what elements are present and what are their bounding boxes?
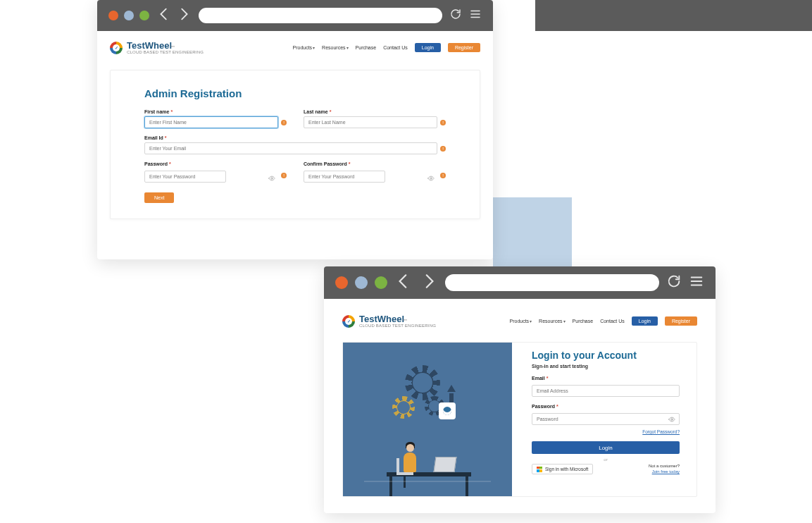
microsoft-signin-label: Sign in with Microsoft: [545, 467, 588, 472]
traffic-close-icon[interactable]: [335, 276, 348, 289]
microsoft-icon: [537, 467, 542, 472]
forward-icon[interactable]: [176, 6, 192, 25]
login-button[interactable]: Login: [632, 316, 658, 326]
nav-purchase[interactable]: Purchase: [573, 319, 594, 324]
brand-name: TestWheel: [359, 314, 404, 324]
brand-logo[interactable]: TestWheel™ CLOUD BASED TEST ENGINEERING: [110, 41, 204, 54]
gear-icon: [392, 396, 415, 419]
hamburger-menu-icon[interactable]: [689, 273, 704, 292]
info-icon[interactable]: !: [440, 173, 446, 178]
chevron-down-icon: ▾: [313, 46, 315, 50]
email-label: Email Id*: [144, 135, 446, 140]
info-icon[interactable]: !: [440, 120, 446, 125]
not-customer-block: Not a customer? Join free today: [649, 464, 680, 475]
chevron-down-icon: ▾: [563, 319, 566, 324]
traffic-minimize-icon[interactable]: [355, 276, 368, 289]
gear-icon: [405, 365, 440, 400]
traffic-close-icon[interactable]: [108, 11, 118, 20]
nav-products[interactable]: Products▾: [509, 319, 532, 324]
registration-title: Admin Registration: [144, 87, 446, 99]
password-input[interactable]: [144, 171, 226, 183]
ground-line: [364, 481, 491, 482]
nav-resources[interactable]: Resources▾: [539, 319, 565, 324]
back-icon[interactable]: [156, 6, 172, 25]
site-header: TestWheel™ CLOUD BASED TEST ENGINEERING …: [342, 312, 697, 332]
info-icon[interactable]: !: [281, 173, 287, 178]
join-free-link[interactable]: Join free today: [652, 469, 680, 474]
traffic-lights: [108, 11, 149, 20]
svg-point-2: [671, 419, 673, 421]
login-button[interactable]: Login: [415, 43, 441, 52]
traffic-maximize-icon[interactable]: [139, 11, 149, 20]
first-name-input[interactable]: [144, 116, 278, 128]
trademark-icon: ™: [403, 319, 407, 323]
traffic-lights: [335, 276, 387, 289]
nav-purchase[interactable]: Purchase: [356, 45, 377, 50]
refresh-icon[interactable]: [449, 8, 462, 23]
info-icon[interactable]: !: [440, 146, 446, 152]
top-nav: Products▾ Resources▾ Purchase Contact Us…: [509, 316, 697, 326]
or-divider: or: [532, 457, 680, 462]
browser-chrome: [97, 0, 493, 31]
browser-window-registration: TestWheel™ CLOUD BASED TEST ENGINEERING …: [97, 0, 493, 259]
info-icon[interactable]: !: [281, 120, 287, 125]
last-name-input[interactable]: [304, 116, 437, 128]
page-content: TestWheel™ CLOUD BASED TEST ENGINEERING …: [97, 31, 493, 226]
eye-icon[interactable]: [668, 413, 675, 420]
browser-window-login: TestWheel™ CLOUD BASED TEST ENGINEERING …: [324, 266, 716, 513]
chair-illustration: [396, 464, 413, 488]
brand-logo[interactable]: TestWheel™ CLOUD BASED TEST ENGINEERING: [342, 314, 436, 328]
avatar-icon: [439, 402, 456, 419]
nav-contact[interactable]: Contact Us: [383, 45, 408, 50]
background-blue-rect: [493, 197, 572, 268]
login-email-label: Email*: [532, 376, 680, 381]
first-name-label: First name*: [144, 109, 287, 114]
login-email-input[interactable]: [532, 385, 680, 397]
login-form: Login to your Account Sign-in and start …: [532, 343, 697, 496]
chevron-down-icon: ▾: [346, 46, 349, 50]
login-illustration: [343, 343, 512, 496]
login-subtitle: Sign-in and start testing: [532, 364, 680, 369]
svg-point-1: [430, 178, 432, 180]
nav-products[interactable]: Products▾: [292, 45, 315, 50]
traffic-minimize-icon[interactable]: [124, 11, 134, 20]
brand-tagline: CLOUD BASED TEST ENGINEERING: [359, 324, 436, 328]
not-customer-text: Not a customer?: [649, 464, 680, 469]
forward-icon[interactable]: [420, 272, 438, 293]
refresh-icon[interactable]: [666, 273, 682, 292]
email-input[interactable]: [144, 142, 437, 154]
trademark-icon: ™: [170, 45, 175, 49]
url-bar[interactable]: [199, 8, 442, 23]
logo-mark-icon: [110, 42, 123, 54]
logo-mark-icon: [342, 315, 355, 328]
next-button[interactable]: Next: [144, 192, 174, 203]
eye-icon[interactable]: [268, 172, 275, 179]
background-dark-band: [535, 0, 812, 31]
register-button[interactable]: Register: [448, 43, 480, 52]
eye-icon[interactable]: [427, 172, 435, 179]
page-content: TestWheel™ CLOUD BASED TEST ENGINEERING …: [324, 299, 716, 504]
registration-card: Admin Registration First name* ! Last na…: [110, 70, 480, 219]
hamburger-menu-icon[interactable]: [469, 8, 482, 23]
laptop-illustration: [433, 457, 456, 472]
browser-chrome: [324, 266, 716, 299]
top-nav: Products▾ Resources▾ Purchase Contact Us…: [292, 43, 480, 52]
password-label: Password*: [144, 161, 287, 166]
last-name-label: Last name*: [304, 109, 446, 114]
site-header: TestWheel™ CLOUD BASED TEST ENGINEERING …: [110, 38, 480, 59]
login-password-label: Password*: [532, 404, 680, 409]
microsoft-signin-button[interactable]: Sign in with Microsoft: [532, 464, 593, 474]
nav-resources[interactable]: Resources▾: [322, 45, 348, 50]
chevron-down-icon: ▾: [530, 319, 532, 324]
back-icon[interactable]: [394, 272, 413, 293]
brand-tagline: CLOUD BASED TEST ENGINEERING: [127, 50, 204, 54]
login-title: Login to your Account: [532, 350, 680, 361]
register-button[interactable]: Register: [665, 316, 697, 326]
url-bar[interactable]: [445, 274, 659, 291]
traffic-maximize-icon[interactable]: [375, 276, 387, 289]
confirm-password-input[interactable]: [304, 171, 385, 183]
nav-contact[interactable]: Contact Us: [600, 319, 625, 324]
login-submit-button[interactable]: Login: [532, 441, 680, 454]
login-password-input[interactable]: [532, 413, 680, 425]
login-card: Login to your Account Sign-in and start …: [342, 342, 697, 497]
